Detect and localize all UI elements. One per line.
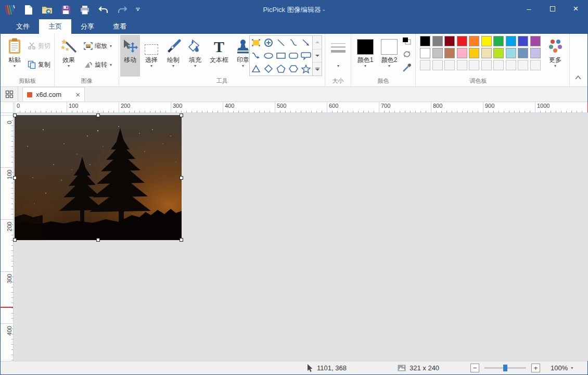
palette-swatch[interactable] xyxy=(518,48,528,58)
canvas-area[interactable] xyxy=(14,113,588,361)
shape-curve[interactable] xyxy=(287,36,300,49)
palette-swatch-empty[interactable] xyxy=(518,60,528,70)
reset-colors-icon[interactable] xyxy=(402,50,412,58)
move-tool-button[interactable]: 移动 xyxy=(120,35,140,77)
palette-swatch[interactable] xyxy=(457,36,467,46)
resize-button[interactable]: 缩放 ▾ xyxy=(84,40,112,52)
palette-swatch[interactable] xyxy=(444,36,455,46)
shape-selected-rectangle[interactable] xyxy=(250,36,262,49)
tab-view[interactable]: 查看 xyxy=(104,19,136,34)
rotate-button[interactable]: 旋转 ▾ xyxy=(84,59,112,70)
palette-swatch[interactable] xyxy=(506,48,516,58)
palette-swatch[interactable] xyxy=(481,36,492,46)
shape-curve-arrow[interactable] xyxy=(250,49,262,62)
eyedropper-icon[interactable] xyxy=(402,63,412,72)
shape-pentagon[interactable] xyxy=(275,63,287,76)
document-tab-close-icon[interactable]: × xyxy=(75,92,80,97)
palette-swatch[interactable] xyxy=(481,48,492,58)
palette-swatch[interactable] xyxy=(432,48,443,58)
qat-customize-dropdown-icon[interactable] xyxy=(132,2,144,18)
palette-swatch[interactable] xyxy=(420,48,430,58)
canvas-image[interactable] xyxy=(15,115,182,240)
window-list-icon[interactable] xyxy=(1,87,18,102)
selection-handle-top-right[interactable] xyxy=(180,114,183,117)
selection-handle-middle-left[interactable] xyxy=(13,176,17,180)
zoom-out-button[interactable]: − xyxy=(470,364,479,372)
palette-swatch-empty[interactable] xyxy=(420,60,430,70)
close-button[interactable]: × xyxy=(564,1,587,17)
selection-handle-bottom-left[interactable] xyxy=(13,238,17,242)
shape-ellipse[interactable] xyxy=(262,49,275,62)
gallery-more-button[interactable] xyxy=(313,63,322,76)
palette-swatch[interactable] xyxy=(506,36,516,46)
palette-swatch-empty[interactable] xyxy=(432,60,443,70)
selection-handle-middle-right[interactable] xyxy=(180,176,183,180)
shape-hexagon[interactable] xyxy=(287,63,300,76)
save-icon[interactable] xyxy=(57,2,75,18)
palette-swatch[interactable] xyxy=(420,36,430,46)
open-folder-icon[interactable] xyxy=(38,2,57,18)
shape-triangle[interactable] xyxy=(250,63,262,76)
line-size-button[interactable]: . ▾ xyxy=(327,35,349,77)
shape-arrow-line[interactable] xyxy=(300,36,312,49)
gallery-scroll-up-button[interactable] xyxy=(313,36,322,49)
effects-button[interactable]: 效果 ▾ xyxy=(57,35,81,77)
selection-handle-bottom-right[interactable] xyxy=(180,238,183,242)
tab-file[interactable]: 文件 xyxy=(7,19,39,34)
shape-rectangle[interactable] xyxy=(275,49,287,62)
palette-swatch-empty[interactable] xyxy=(506,60,516,70)
zoom-slider[interactable] xyxy=(484,367,526,369)
palette-swatch[interactable] xyxy=(444,48,455,58)
palette-swatch[interactable] xyxy=(518,36,528,46)
minimize-button[interactable]: – xyxy=(517,1,541,17)
palette-swatch[interactable] xyxy=(469,36,479,46)
palette-swatch-empty[interactable] xyxy=(493,60,504,70)
tab-home[interactable]: 主页 xyxy=(39,19,71,34)
copy-button[interactable]: 复制 xyxy=(28,59,50,70)
selection-handle-top-left[interactable] xyxy=(13,114,17,117)
new-document-icon[interactable] xyxy=(19,2,38,18)
document-tab[interactable]: x6d.com × xyxy=(22,87,85,102)
undo-icon[interactable] xyxy=(94,2,113,18)
palette-swatch[interactable] xyxy=(457,48,467,58)
palette-swatch-empty[interactable] xyxy=(444,60,455,70)
textbox-tool-button[interactable]: T 文本框 xyxy=(207,35,232,77)
color2-button[interactable]: 颜色2 ▾ xyxy=(378,35,400,77)
palette-swatch-empty[interactable] xyxy=(469,60,479,70)
palette-swatch[interactable] xyxy=(493,36,504,46)
palette-swatch[interactable] xyxy=(493,48,504,58)
horizontal-ruler[interactable]: 01002003004005006007008009001000 xyxy=(14,102,588,113)
shape-line[interactable] xyxy=(275,36,287,49)
selection-handle-bottom-center[interactable] xyxy=(96,238,100,242)
shape-speech-bubble[interactable] xyxy=(300,49,312,62)
collapse-ribbon-icon[interactable] xyxy=(575,73,581,81)
fill-tool-button[interactable]: 填充 ▾ xyxy=(185,35,206,77)
zoom-slider-thumb[interactable] xyxy=(503,365,507,371)
print-icon[interactable] xyxy=(75,2,94,18)
shape-rounded-rectangle[interactable] xyxy=(287,49,300,62)
vertical-ruler[interactable]: 0100200300400 xyxy=(1,113,14,361)
paste-button[interactable]: 粘贴 ▾ xyxy=(4,35,25,77)
selection-handle-top-center[interactable] xyxy=(96,114,100,117)
shape-circle-plus[interactable] xyxy=(262,36,275,49)
zoom-in-button[interactable]: + xyxy=(531,364,540,372)
palette-swatch[interactable] xyxy=(469,48,479,58)
shape-diamond[interactable] xyxy=(262,63,275,76)
palette-swatch-empty[interactable] xyxy=(457,60,467,70)
palette-swatch[interactable] xyxy=(530,36,541,46)
more-colors-button[interactable]: 更多 ▾ xyxy=(544,35,567,77)
shape-star[interactable] xyxy=(300,63,312,76)
palette-swatch-empty[interactable] xyxy=(530,60,541,70)
palette-swatch[interactable] xyxy=(432,36,443,46)
draw-tool-button[interactable]: 绘制 ▾ xyxy=(163,35,184,77)
maximize-button[interactable] xyxy=(541,1,564,17)
palette-swatch[interactable] xyxy=(530,48,541,58)
zoom-level-dropdown[interactable]: 100% ▾ xyxy=(551,361,573,374)
swap-colors-icon[interactable] xyxy=(402,37,412,45)
redo-icon[interactable] xyxy=(113,2,132,18)
palette-swatch-empty[interactable] xyxy=(481,60,492,70)
select-tool-button[interactable]: 选择 ▾ xyxy=(141,35,162,77)
gallery-scroll-down-button[interactable] xyxy=(313,49,322,63)
tab-share[interactable]: 分享 xyxy=(71,19,104,34)
color1-button[interactable]: 颜色1 ▾ xyxy=(354,35,376,77)
